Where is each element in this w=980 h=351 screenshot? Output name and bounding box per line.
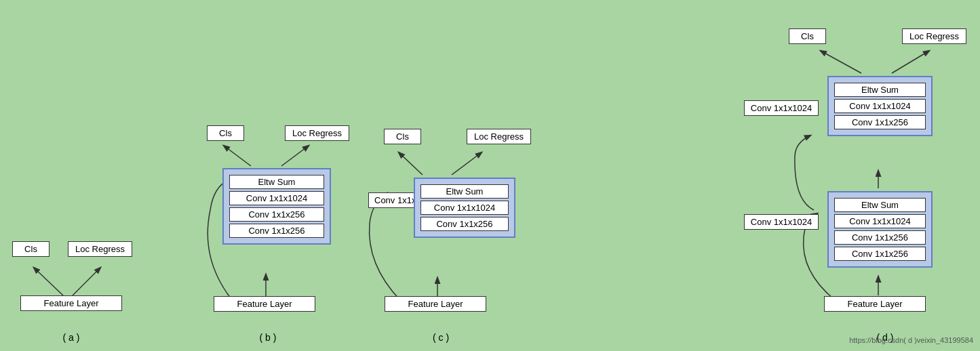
diagram-b-layer-3: Conv 1x1x256 — [229, 224, 324, 238]
diagram-b-cls: Cls — [207, 125, 244, 141]
diagram-a-feature-layer: Feature Layer — [20, 295, 122, 311]
svg-line-7 — [452, 152, 482, 175]
diagram-c-layer-2: Conv 1x1x256 — [420, 217, 509, 231]
diagram-d-bottom-layer-3: Conv 1x1x256 — [834, 247, 926, 261]
svg-line-3 — [224, 146, 251, 166]
diagram-b-loc-regress: Loc Regress — [285, 125, 349, 141]
watermark: https://blog.csdn( d )veixin_43199584 — [849, 336, 973, 344]
svg-line-0 — [34, 268, 63, 295]
diagram-d-top-layer-0: Eltw Sum — [834, 83, 926, 97]
diagram-b-blue-group: Eltw Sum Conv 1x1x1024 Conv 1x1x256 Conv… — [222, 168, 331, 245]
diagram-d-loc-regress: Loc Regress — [902, 28, 966, 44]
diagram-d-top-layer-1: Conv 1x1x1024 — [834, 99, 926, 113]
diagram-d-top-layer-2: Conv 1x1x256 — [834, 115, 926, 129]
svg-line-11 — [892, 51, 929, 73]
diagram-b-layer-0: Eltw Sum — [229, 175, 324, 189]
diagram-c-loc-regress: Loc Regress — [467, 129, 531, 144]
diagram-c-label: ( c ) — [417, 332, 465, 343]
svg-line-1 — [73, 268, 100, 295]
diagram-a-label: ( a ) — [47, 332, 95, 343]
diagram-d-side-bottom: Conv 1x1x1024 — [744, 214, 819, 230]
diagram-d-bottom-layer-1: Conv 1x1x1024 — [834, 214, 926, 228]
diagram-b-label: ( b ) — [244, 332, 292, 343]
diagram-c-layer-0: Eltw Sum — [420, 184, 509, 199]
diagram-b-feature-layer: Feature Layer — [214, 296, 315, 312]
diagram-d-top-group: Eltw Sum Conv 1x1x1024 Conv 1x1x256 — [827, 76, 933, 136]
svg-line-6 — [399, 152, 423, 175]
diagram-d-bottom-layer-2: Conv 1x1x256 — [834, 230, 926, 245]
diagram-d-bottom-layer-0: Eltw Sum — [834, 198, 926, 212]
diagram-c-blue-group: Eltw Sum Conv 1x1x1024 Conv 1x1x256 — [414, 178, 515, 238]
diagram-a-cls: Cls — [12, 241, 50, 257]
diagram-c-cls: Cls — [384, 129, 421, 144]
diagram-c-layer-1: Conv 1x1x1024 — [420, 201, 509, 215]
diagram-container: Feature Layer Cls Loc Regress ( a ) Feat… — [0, 0, 980, 351]
diagram-b-layer-2: Conv 1x1x256 — [229, 207, 324, 222]
diagram-a-loc-regress: Loc Regress — [68, 241, 132, 257]
diagram-d-feature-layer: Feature Layer — [824, 296, 926, 312]
diagram-d-bottom-group: Eltw Sum Conv 1x1x1024 Conv 1x1x256 Conv… — [827, 191, 933, 268]
diagram-b-layer-1: Conv 1x1x1024 — [229, 191, 324, 205]
diagram-d-cls: Cls — [789, 28, 826, 44]
diagram-c-feature-layer: Feature Layer — [385, 296, 486, 312]
diagram-d-side-top: Conv 1x1x1024 — [744, 100, 819, 116]
svg-line-4 — [281, 146, 309, 166]
svg-line-10 — [821, 51, 861, 73]
